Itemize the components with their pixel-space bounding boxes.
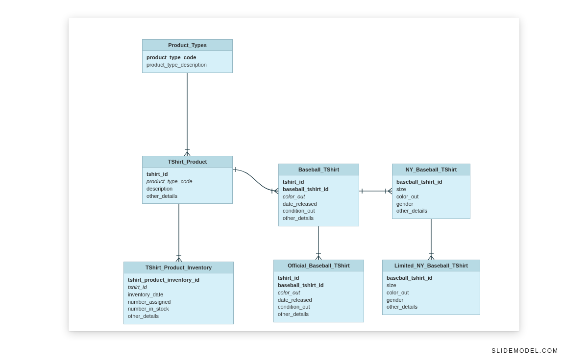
entity-attribute: condition_out: [278, 303, 360, 311]
entity-product_types: Product_Typesproduct_type_codeproduct_ty…: [142, 39, 233, 73]
svg-line-19: [388, 191, 392, 194]
entity-attribute: tshirt_id: [147, 170, 228, 178]
entity-attribute: other_details: [147, 193, 228, 200]
entity-attribute: product_type_code: [147, 178, 228, 185]
entity-title: TShirt_Product: [143, 156, 232, 168]
svg-line-30: [428, 256, 431, 260]
entity-title: NY_Baseball_TShirt: [392, 164, 470, 175]
watermark: SLIDEMODEL.COM: [491, 347, 559, 354]
entity-attributes: tshirt_idbaseball_tshirt_idcolor_outdate…: [279, 175, 359, 226]
entity-attributes: tshirt_idproduct_type_codedescriptionoth…: [143, 168, 232, 203]
entity-tshirt_product: TShirt_Producttshirt_idproduct_type_code…: [142, 156, 233, 204]
entity-attribute: tshirt_id: [283, 178, 355, 186]
entity-attributes: baseball_tshirt_idsizecolor_outgenderoth…: [392, 175, 470, 218]
entity-attribute: color_out: [396, 193, 466, 200]
entity-title: Product_Types: [143, 40, 232, 51]
entity-attribute: other_details: [278, 311, 360, 318]
entity-attribute: size: [396, 186, 466, 193]
entity-attribute: other_details: [283, 215, 355, 222]
svg-line-25: [318, 256, 321, 260]
entity-attribute: description: [147, 185, 228, 193]
svg-line-3: [187, 152, 190, 156]
entity-attribute: baseball_tshirt_id: [387, 274, 476, 282]
entity-attribute: number_in_stock: [128, 305, 229, 313]
svg-line-18: [388, 188, 392, 191]
entity-ny_baseball_tshirt: NY_Baseball_TShirtbaseball_tshirt_idsize…: [392, 164, 470, 219]
svg-line-24: [316, 256, 318, 260]
entity-attribute: size: [387, 282, 476, 289]
entity-attribute: baseball_tshirt_id: [283, 186, 355, 193]
entity-tshirt_product_inventory: TShirt_Product_Inventorytshirt_product_i…: [123, 262, 234, 324]
svg-line-9: [179, 258, 182, 262]
entity-attribute: date_released: [283, 200, 355, 208]
entity-title: Official_Baseball_TShirt: [274, 260, 364, 271]
entity-title: Baseball_TShirt: [279, 164, 359, 175]
svg-line-8: [176, 258, 179, 262]
entity-attribute: product_type_code: [147, 54, 228, 61]
entity-attribute: condition_out: [283, 207, 355, 215]
entity-attributes: tshirt_idbaseball_tshirt_idcolor_outdate…: [274, 271, 364, 322]
entity-attribute: color_out: [283, 193, 355, 200]
entity-attribute: other_details: [387, 303, 476, 311]
entity-title: Limited_NY_Baseball_TShirt: [383, 260, 480, 271]
entity-attribute: color_out: [387, 289, 476, 296]
entity-official_baseball_tshirt: Official_Baseball_TShirttshirt_idbasebal…: [273, 260, 364, 322]
entity-attributes: baseball_tshirt_idsizecolor_outgenderoth…: [383, 271, 480, 315]
entity-attribute: color_out: [278, 289, 360, 296]
svg-line-31: [431, 256, 434, 260]
entity-attribute: gender: [396, 200, 466, 208]
diagram-card: Product_Typesproduct_type_codeproduct_ty…: [69, 18, 519, 331]
entity-attributes: product_type_codeproduct_type_descriptio…: [143, 51, 232, 73]
entity-baseball_tshirt: Baseball_TShirttshirt_idbaseball_tshirt_…: [278, 164, 359, 226]
entity-attribute: tshirt_product_inventory_id: [128, 276, 229, 284]
entity-attribute: gender: [387, 296, 476, 304]
entity-attribute: tshirt_id: [128, 284, 229, 291]
entity-attribute: number_assigned: [128, 298, 229, 306]
entity-attribute: product_type_description: [147, 61, 228, 69]
entity-attribute: baseball_tshirt_id: [278, 282, 360, 289]
diagram-canvas: Product_Typesproduct_type_codeproduct_ty…: [69, 18, 519, 331]
entity-attribute: tshirt_id: [278, 274, 360, 282]
entity-attribute: inventory_date: [128, 291, 229, 298]
entity-attribute: baseball_tshirt_id: [396, 178, 466, 186]
entity-limited_ny_baseball_tshirt: Limited_NY_Baseball_TShirtbaseball_tshir…: [382, 260, 480, 315]
entity-attribute: date_released: [278, 296, 360, 304]
entity-attribute: other_details: [128, 313, 229, 320]
svg-line-13: [274, 188, 278, 191]
svg-line-2: [184, 152, 187, 156]
entity-title: TShirt_Product_Inventory: [124, 262, 233, 273]
entity-attribute: other_details: [396, 207, 466, 215]
svg-line-14: [274, 191, 278, 194]
entity-attributes: tshirt_product_inventory_idtshirt_idinve…: [124, 273, 233, 324]
